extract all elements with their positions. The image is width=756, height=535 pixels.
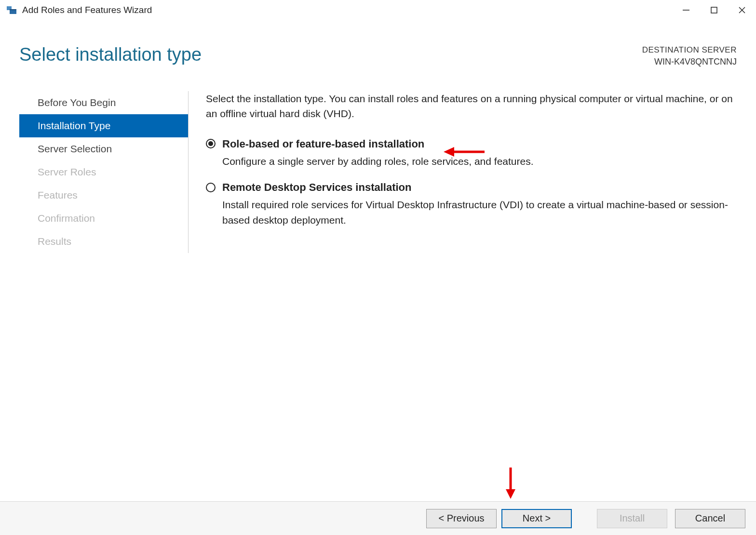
minimize-button[interactable] bbox=[672, 0, 700, 20]
cancel-button[interactable]: Cancel bbox=[675, 509, 745, 528]
vertical-divider bbox=[188, 91, 189, 253]
sidebar-item-label: Server Roles bbox=[38, 166, 96, 178]
svg-marker-8 bbox=[444, 147, 454, 157]
install-button: Install bbox=[597, 509, 667, 528]
sidebar-item-confirmation: Confirmation bbox=[19, 207, 188, 230]
sidebar-item-label: Features bbox=[38, 189, 78, 201]
svg-marker-10 bbox=[506, 489, 515, 499]
option-remote-desktop[interactable]: Remote Desktop Services installation Ins… bbox=[206, 179, 737, 227]
previous-button[interactable]: < Previous bbox=[426, 509, 497, 528]
sidebar-item-installation-type[interactable]: Installation Type bbox=[19, 114, 188, 137]
svg-rect-2 bbox=[10, 9, 16, 10]
window-title: Add Roles and Features Wizard bbox=[22, 5, 152, 15]
sidebar-item-label: Confirmation bbox=[38, 213, 95, 224]
sidebar-item-label: Results bbox=[38, 236, 71, 247]
sidebar-item-server-roles: Server Roles bbox=[19, 160, 188, 184]
option-title: Role-based or feature-based installation bbox=[222, 136, 424, 152]
destination-label: DESTINATION SERVER bbox=[642, 44, 737, 56]
close-button[interactable] bbox=[728, 0, 756, 20]
sidebar-item-label: Installation Type bbox=[38, 120, 110, 132]
destination-info: DESTINATION SERVER WIN-K4V8QNTCNNJ bbox=[642, 44, 737, 68]
radio-remote-desktop[interactable] bbox=[206, 183, 216, 192]
svg-rect-4 bbox=[711, 7, 717, 13]
page-title: Select installation type bbox=[19, 44, 202, 65]
sidebar-item-label: Server Selection bbox=[38, 143, 112, 155]
wizard-footer: < Previous Next > Install Cancel bbox=[0, 501, 756, 535]
annotation-arrow-icon bbox=[444, 145, 487, 159]
annotation-arrow-icon bbox=[503, 468, 518, 501]
header-area: Select installation type DESTINATION SER… bbox=[0, 20, 756, 68]
intro-text: Select the installation type. You can in… bbox=[206, 91, 737, 121]
option-title: Remote Desktop Services installation bbox=[222, 179, 411, 195]
app-icon bbox=[6, 4, 17, 16]
sidebar-item-label: Before You Begin bbox=[38, 97, 116, 108]
destination-server: WIN-K4V8QNTCNNJ bbox=[642, 56, 737, 68]
maximize-button[interactable] bbox=[700, 0, 728, 20]
next-button[interactable]: Next > bbox=[501, 509, 572, 528]
content-panel: Select the installation type. You can in… bbox=[203, 91, 756, 253]
sidebar-item-server-selection[interactable]: Server Selection bbox=[19, 137, 188, 160]
sidebar-item-before-you-begin[interactable]: Before You Begin bbox=[19, 91, 188, 114]
radio-role-based[interactable] bbox=[206, 139, 216, 148]
sidebar-item-features: Features bbox=[19, 184, 188, 207]
main-area: Before You Begin Installation Type Serve… bbox=[0, 91, 756, 253]
option-description: Install required role services for Virtu… bbox=[222, 197, 737, 227]
titlebar: Add Roles and Features Wizard bbox=[0, 0, 756, 20]
window-controls bbox=[672, 0, 756, 20]
wizard-steps-sidebar: Before You Begin Installation Type Serve… bbox=[19, 91, 188, 253]
sidebar-item-results: Results bbox=[19, 230, 188, 253]
